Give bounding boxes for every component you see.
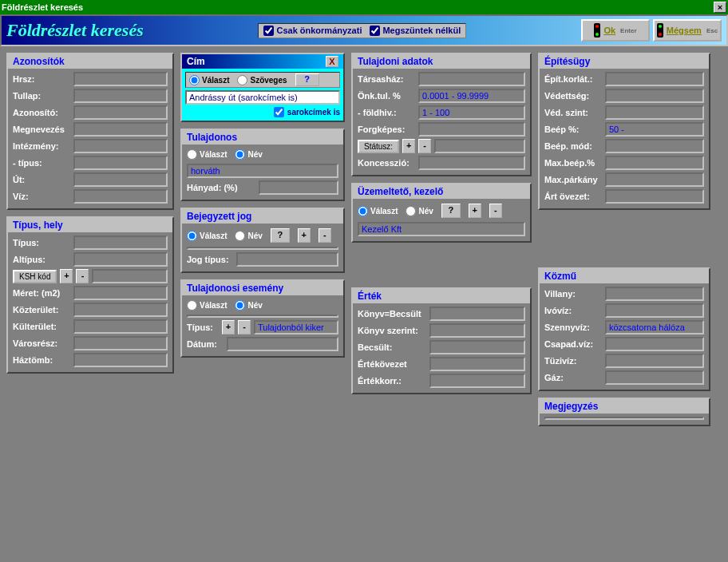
- field-varosresz[interactable]: [73, 336, 168, 350]
- field-ertekovezet[interactable]: [429, 357, 525, 371]
- panel-epitesugy: Építésügy Épít.korlát.: Védettség: Véd. …: [538, 53, 710, 210]
- panel-megjegyzes: Megjegyzés: [538, 398, 710, 426]
- panel-title: Tulajdoni adatok: [353, 54, 530, 69]
- field-kozterulet[interactable]: [73, 303, 168, 317]
- field-beepmod[interactable]: [605, 139, 704, 153]
- field-meret[interactable]: [73, 286, 168, 300]
- field-datum[interactable]: [227, 337, 338, 351]
- field-azonosito[interactable]: [73, 105, 168, 120]
- field-bejegyzett[interactable]: [187, 247, 338, 250]
- field-esemeny-tipus[interactable]: Tulajdonból kiker: [254, 320, 338, 334]
- panel-tipushely: Típus, hely Típus: Altípus: KSH kód + - …: [6, 216, 174, 374]
- field-ertekkorr[interactable]: [429, 374, 525, 388]
- plus-button[interactable]: +: [222, 320, 235, 334]
- radio-ese-valaszt[interactable]: Választ: [187, 300, 227, 311]
- radio-uze-valaszt[interactable]: Választ: [358, 206, 398, 216]
- field-hrsz[interactable]: [73, 72, 168, 86]
- lbl-beep: Beép %:: [544, 125, 602, 134]
- field-kulterulet[interactable]: [73, 319, 168, 334]
- chk-onkormanyzati[interactable]: Csak önkormányzati: [263, 26, 362, 36]
- radio-tul-valaszt[interactable]: Választ: [187, 149, 227, 160]
- field-artovezet[interactable]: [605, 189, 704, 204]
- field-maxparkany[interactable]: [605, 172, 704, 187]
- field-esemeny-name[interactable]: [187, 315, 338, 318]
- field-becsult[interactable]: [429, 340, 525, 354]
- lbl-haztomb: Háztömb:: [13, 355, 70, 365]
- field-szennyviz[interactable]: közcsatorna hálóza: [605, 320, 704, 334]
- field-tulajdonos[interactable]: horváth: [187, 164, 338, 178]
- help-button[interactable]: ?: [271, 228, 290, 243]
- lbl-foldhiv: - földhiv.:: [358, 108, 415, 117]
- field-konyvszerint[interactable]: [429, 323, 525, 338]
- window-title: Földrészlet keresés: [2, 2, 83, 12]
- field-tullap[interactable]: [73, 89, 168, 103]
- field-megjegyzes[interactable]: [544, 417, 704, 420]
- field-gaz[interactable]: [605, 370, 704, 385]
- ok-button[interactable]: Ok Enter: [581, 19, 650, 42]
- statusz-button[interactable]: Státusz:: [358, 140, 399, 153]
- plus-button[interactable]: +: [60, 269, 73, 283]
- radio-bej-nev[interactable]: Név: [235, 231, 262, 241]
- radio-bej-valaszt[interactable]: Választ: [187, 231, 227, 241]
- field-tarsashaz[interactable]: [418, 72, 525, 86]
- field-beep[interactable]: 50 -: [605, 122, 704, 137]
- field-hanyad[interactable]: [259, 180, 338, 195]
- field-intezmeny[interactable]: [73, 139, 168, 153]
- field-foldhiv[interactable]: 1 - 100: [418, 105, 525, 120]
- field-megnevezes[interactable]: [73, 122, 168, 137]
- field-kshkod[interactable]: [92, 269, 168, 283]
- minus-button[interactable]: -: [238, 320, 251, 334]
- field-vedszint[interactable]: [605, 105, 704, 120]
- field-vedettseg[interactable]: [605, 89, 704, 103]
- lbl-ut: Út:: [13, 175, 70, 184]
- lbl-konyvbecsult: Könyv=Becsült: [358, 309, 426, 319]
- field-viz[interactable]: [73, 189, 168, 204]
- field-uzemelteto[interactable]: Kezelő Kft: [358, 222, 525, 236]
- help-button[interactable]: ?: [295, 73, 319, 86]
- radio-cim-valaszt[interactable]: Választ: [189, 75, 229, 85]
- field-csapadviz[interactable]: [605, 337, 704, 351]
- field-forgkepes[interactable]: [418, 122, 525, 137]
- chk-sarokcimek[interactable]: [274, 107, 284, 117]
- field-altipus[interactable]: [73, 252, 168, 267]
- radio-tul-nev[interactable]: Név: [235, 149, 262, 160]
- lbl-forgkepes: Forgképes:: [358, 125, 415, 134]
- header-bar: Földrészlet keresés Csak önkormányzati M…: [0, 14, 728, 46]
- plus-button[interactable]: +: [402, 139, 415, 153]
- minus-button[interactable]: -: [489, 204, 502, 218]
- plus-button[interactable]: +: [469, 204, 481, 218]
- field-maxbeep[interactable]: [605, 156, 704, 170]
- lbl-altipus: Altípus:: [13, 255, 70, 264]
- lbl-szennyviz: Szennyvíz:: [544, 323, 602, 332]
- radio-cim-szoveges[interactable]: Szöveges: [237, 75, 287, 85]
- field-konyvbecsult[interactable]: [429, 307, 525, 321]
- field-villany[interactable]: [605, 287, 704, 301]
- radio-uze-nev[interactable]: Név: [406, 206, 433, 216]
- minus-button[interactable]: -: [418, 139, 431, 153]
- ksh-kod-button[interactable]: KSH kód: [13, 270, 57, 283]
- panel-title: Tulajdonos: [182, 130, 343, 144]
- minus-button[interactable]: -: [318, 228, 331, 243]
- field-onktul[interactable]: 0.0001 - 99.9999: [418, 89, 525, 103]
- chk-megszuntek[interactable]: Megszüntek nélkül: [370, 26, 461, 36]
- panel-title: Megjegyzés: [540, 399, 709, 414]
- field-statusz[interactable]: [434, 139, 525, 153]
- field-epitkorlat[interactable]: [605, 72, 704, 86]
- field-ut[interactable]: [73, 172, 168, 187]
- field-cim[interactable]: Andrássy út (sarokcímek is): [185, 90, 340, 105]
- field-koncesszio[interactable]: [418, 156, 525, 170]
- minus-button[interactable]: -: [76, 269, 89, 283]
- field-haztomb[interactable]: [73, 353, 168, 367]
- cancel-button[interactable]: Mégsem Esc: [653, 19, 722, 42]
- field-ivoviz[interactable]: [605, 303, 704, 318]
- radio-ese-nev[interactable]: Név: [235, 300, 262, 311]
- field-intezmeny-tipus[interactable]: [73, 156, 168, 170]
- close-panel-icon[interactable]: X: [326, 56, 338, 67]
- field-jogtipus[interactable]: [236, 252, 338, 267]
- lbl-gaz: Gáz:: [544, 373, 602, 382]
- field-tipus[interactable]: [73, 235, 168, 250]
- help-button[interactable]: ?: [441, 204, 461, 218]
- close-icon[interactable]: ×: [714, 2, 726, 13]
- field-tuziviz[interactable]: [605, 354, 704, 368]
- plus-button[interactable]: +: [298, 228, 311, 243]
